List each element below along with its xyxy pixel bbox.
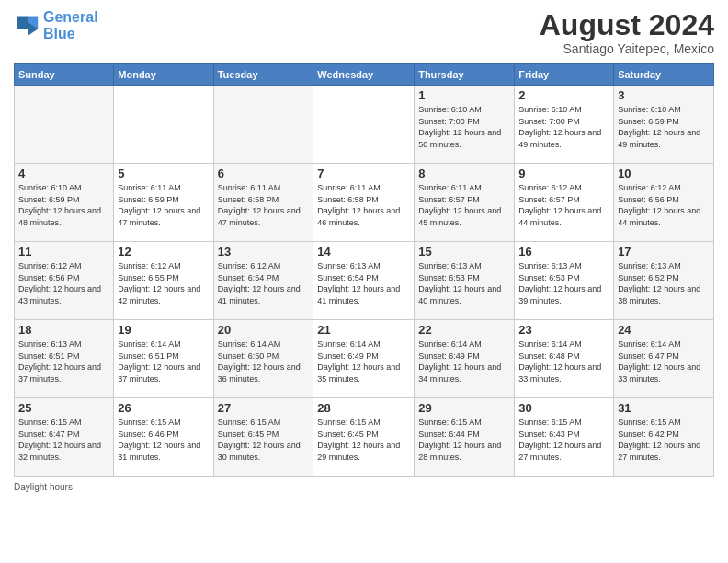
calendar-cell: 28Sunrise: 6:15 AMSunset: 6:45 PMDayligh… — [313, 398, 415, 477]
day-info: Sunrise: 6:15 AMSunset: 6:43 PMDaylight:… — [518, 417, 609, 463]
day-number: 11 — [18, 245, 109, 259]
calendar-cell: 1Sunrise: 6:10 AMSunset: 7:00 PMDaylight… — [415, 86, 515, 164]
calendar-cell: 20Sunrise: 6:14 AMSunset: 6:50 PMDayligh… — [213, 320, 313, 398]
day-number: 25 — [18, 401, 109, 415]
calendar-cell: 4Sunrise: 6:10 AMSunset: 6:59 PMDaylight… — [15, 164, 114, 242]
page: General Blue August 2024 Santiago Yaitep… — [0, 0, 728, 563]
day-info: Sunrise: 6:13 AMSunset: 6:51 PMDaylight:… — [18, 339, 109, 385]
day-number: 17 — [618, 245, 710, 259]
header-day-monday: Monday — [114, 64, 213, 86]
calendar-cell: 18Sunrise: 6:13 AMSunset: 6:51 PMDayligh… — [15, 320, 114, 398]
calendar-cell: 27Sunrise: 6:15 AMSunset: 6:45 PMDayligh… — [213, 398, 313, 477]
day-info: Sunrise: 6:10 AMSunset: 7:00 PMDaylight:… — [418, 104, 510, 150]
day-info: Sunrise: 6:13 AMSunset: 6:52 PMDaylight:… — [618, 260, 710, 306]
calendar-cell: 17Sunrise: 6:13 AMSunset: 6:52 PMDayligh… — [614, 242, 714, 320]
day-info: Sunrise: 6:13 AMSunset: 6:53 PMDaylight:… — [518, 260, 609, 306]
calendar-cell: 19Sunrise: 6:14 AMSunset: 6:51 PMDayligh… — [114, 320, 213, 398]
header-day-sunday: Sunday — [15, 64, 114, 86]
calendar-cell: 31Sunrise: 6:15 AMSunset: 6:42 PMDayligh… — [614, 398, 714, 477]
header-day-thursday: Thursday — [415, 64, 515, 86]
calendar-cell: 12Sunrise: 6:12 AMSunset: 6:55 PMDayligh… — [114, 242, 213, 320]
week-row-4: 25Sunrise: 6:15 AMSunset: 6:47 PMDayligh… — [15, 398, 714, 477]
calendar-cell: 14Sunrise: 6:13 AMSunset: 6:54 PMDayligh… — [313, 242, 415, 320]
header-day-saturday: Saturday — [614, 64, 714, 86]
calendar-cell: 30Sunrise: 6:15 AMSunset: 6:43 PMDayligh… — [515, 398, 614, 477]
week-row-2: 11Sunrise: 6:12 AMSunset: 6:56 PMDayligh… — [15, 242, 714, 320]
day-number: 30 — [518, 401, 609, 415]
day-number: 23 — [518, 323, 609, 337]
day-number: 2 — [518, 88, 609, 102]
calendar-cell: 22Sunrise: 6:14 AMSunset: 6:49 PMDayligh… — [415, 320, 515, 398]
day-info: Sunrise: 6:11 AMSunset: 6:58 PMDaylight:… — [317, 182, 410, 228]
day-info: Sunrise: 6:14 AMSunset: 6:50 PMDaylight:… — [218, 339, 310, 385]
day-number: 15 — [418, 245, 510, 259]
logo: General Blue — [14, 9, 98, 41]
day-info: Sunrise: 6:11 AMSunset: 6:57 PMDaylight:… — [418, 182, 510, 228]
week-row-3: 18Sunrise: 6:13 AMSunset: 6:51 PMDayligh… — [15, 320, 714, 398]
day-info: Sunrise: 6:13 AMSunset: 6:54 PMDaylight:… — [317, 260, 410, 306]
title-block: August 2024 Santiago Yaitepec, Mexico — [540, 9, 714, 56]
logo-icon — [14, 13, 40, 39]
day-info: Sunrise: 6:14 AMSunset: 6:49 PMDaylight:… — [317, 339, 410, 385]
header-day-wednesday: Wednesday — [313, 64, 415, 86]
day-number: 6 — [218, 167, 310, 180]
header-row: SundayMondayTuesdayWednesdayThursdayFrid… — [15, 64, 714, 86]
calendar-cell: 8Sunrise: 6:11 AMSunset: 6:57 PMDaylight… — [415, 164, 515, 242]
day-number: 26 — [118, 401, 209, 415]
day-number: 18 — [18, 323, 109, 337]
day-info: Sunrise: 6:15 AMSunset: 6:42 PMDaylight:… — [618, 417, 710, 463]
day-info: Sunrise: 6:12 AMSunset: 6:56 PMDaylight:… — [618, 182, 710, 228]
calendar-cell — [114, 86, 213, 164]
main-title: August 2024 — [540, 9, 714, 41]
week-row-1: 4Sunrise: 6:10 AMSunset: 6:59 PMDaylight… — [15, 164, 714, 242]
calendar-cell — [313, 86, 415, 164]
day-number: 24 — [618, 323, 710, 337]
day-info: Sunrise: 6:15 AMSunset: 6:44 PMDaylight:… — [418, 417, 510, 463]
day-info: Sunrise: 6:14 AMSunset: 6:48 PMDaylight:… — [518, 339, 609, 385]
calendar-cell: 15Sunrise: 6:13 AMSunset: 6:53 PMDayligh… — [415, 242, 515, 320]
footer-text: Daylight hours — [14, 482, 73, 492]
day-number: 1 — [418, 88, 510, 102]
day-info: Sunrise: 6:14 AMSunset: 6:51 PMDaylight:… — [118, 339, 209, 385]
day-info: Sunrise: 6:10 AMSunset: 6:59 PMDaylight:… — [18, 182, 109, 228]
calendar-cell: 13Sunrise: 6:12 AMSunset: 6:54 PMDayligh… — [213, 242, 313, 320]
week-row-0: 1Sunrise: 6:10 AMSunset: 7:00 PMDaylight… — [15, 86, 714, 164]
day-number: 21 — [317, 323, 410, 337]
calendar-cell: 7Sunrise: 6:11 AMSunset: 6:58 PMDaylight… — [313, 164, 415, 242]
svg-marker-2 — [17, 16, 28, 29]
calendar-cell — [15, 86, 114, 164]
day-number: 9 — [518, 167, 609, 180]
day-info: Sunrise: 6:12 AMSunset: 6:56 PMDaylight:… — [18, 260, 109, 306]
calendar-cell: 3Sunrise: 6:10 AMSunset: 6:59 PMDaylight… — [614, 86, 714, 164]
day-info: Sunrise: 6:15 AMSunset: 6:45 PMDaylight:… — [218, 417, 310, 463]
day-number: 19 — [118, 323, 209, 337]
day-info: Sunrise: 6:15 AMSunset: 6:47 PMDaylight:… — [18, 417, 109, 463]
day-info: Sunrise: 6:12 AMSunset: 6:54 PMDaylight:… — [218, 260, 310, 306]
day-number: 7 — [317, 167, 410, 180]
day-number: 12 — [118, 245, 209, 259]
calendar-cell: 16Sunrise: 6:13 AMSunset: 6:53 PMDayligh… — [515, 242, 614, 320]
calendar-cell: 10Sunrise: 6:12 AMSunset: 6:56 PMDayligh… — [614, 164, 714, 242]
day-info: Sunrise: 6:12 AMSunset: 6:55 PMDaylight:… — [118, 260, 209, 306]
header-day-tuesday: Tuesday — [213, 64, 313, 86]
logo-text: General Blue — [43, 9, 98, 41]
day-number: 31 — [618, 401, 710, 415]
calendar-cell: 9Sunrise: 6:12 AMSunset: 6:57 PMDaylight… — [515, 164, 614, 242]
footer: Daylight hours — [14, 482, 714, 492]
calendar-cell: 26Sunrise: 6:15 AMSunset: 6:46 PMDayligh… — [114, 398, 213, 477]
day-info: Sunrise: 6:10 AMSunset: 7:00 PMDaylight:… — [518, 104, 609, 150]
calendar-cell: 29Sunrise: 6:15 AMSunset: 6:44 PMDayligh… — [415, 398, 515, 477]
calendar-cell: 6Sunrise: 6:11 AMSunset: 6:58 PMDaylight… — [213, 164, 313, 242]
day-number: 4 — [18, 167, 109, 180]
day-number: 13 — [218, 245, 310, 259]
calendar-cell: 25Sunrise: 6:15 AMSunset: 6:47 PMDayligh… — [15, 398, 114, 477]
day-info: Sunrise: 6:14 AMSunset: 6:47 PMDaylight:… — [618, 339, 710, 385]
day-number: 28 — [317, 401, 410, 415]
day-info: Sunrise: 6:11 AMSunset: 6:58 PMDaylight:… — [218, 182, 310, 228]
day-number: 10 — [618, 167, 710, 180]
day-number: 29 — [418, 401, 510, 415]
day-number: 8 — [418, 167, 510, 180]
calendar-cell — [213, 86, 313, 164]
calendar-cell: 23Sunrise: 6:14 AMSunset: 6:48 PMDayligh… — [515, 320, 614, 398]
day-info: Sunrise: 6:10 AMSunset: 6:59 PMDaylight:… — [618, 104, 710, 150]
